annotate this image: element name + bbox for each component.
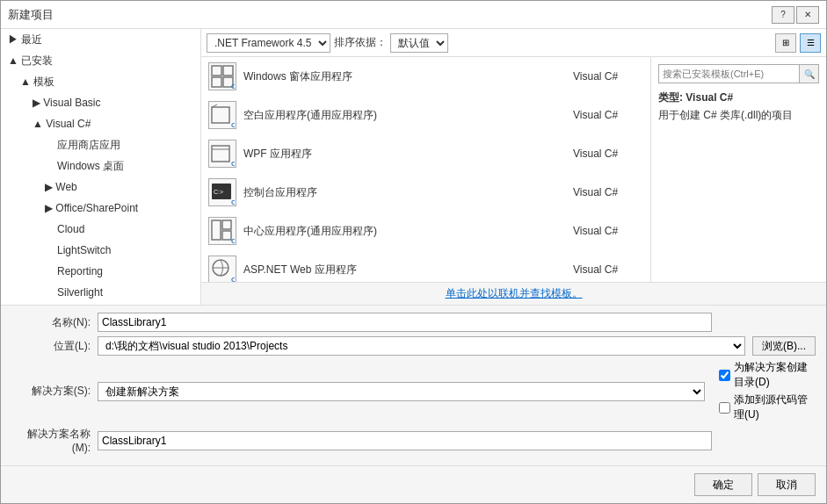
sidebar-item-silverlight[interactable]: Silverlight <box>1 282 200 303</box>
template-icon: C# <box>208 217 236 245</box>
svg-rect-1 <box>223 66 233 76</box>
name-label: 名称(N): <box>11 315 91 330</box>
sidebar-item-vb[interactable]: ▶ Visual Basic <box>1 92 200 113</box>
checkbox-source-control[interactable] <box>719 402 730 414</box>
template-type: Visual C# <box>573 70 643 83</box>
solution-select[interactable]: 创建新解决方案 <box>98 382 705 401</box>
template-list: C# Windows 窗体应用程序 Visual C# C# 空白应用程序(通用… <box>201 57 650 282</box>
location-input-group: d:\我的文档\visual studio 2013\Projects <box>98 336 745 356</box>
template-type: Visual C# <box>573 109 643 121</box>
close-button[interactable]: ✕ <box>796 6 819 24</box>
online-link-area: 单击此处以联机并查找模板。 <box>201 282 826 305</box>
solution-row: 解决方案(S): 创建新解决方案 为解决方案创建目录(D) 添加到源代码管理(U… <box>11 360 816 422</box>
svg-text:C#: C# <box>231 276 235 282</box>
template-item[interactable]: C# 空白应用程序(通用应用程序) Visual C# <box>201 96 650 134</box>
list-view-button[interactable]: ☰ <box>800 33 821 53</box>
sidebar-item-cloud[interactable]: Cloud <box>1 219 200 240</box>
svg-text:C#: C# <box>231 83 235 89</box>
name-row: 名称(N): <box>11 313 816 332</box>
sidebar-item-recent[interactable]: ▶ 最近 <box>1 29 200 50</box>
location-label: 位置(L): <box>11 339 91 354</box>
info-panel: 🔍 类型: Visual C# 用于创建 C# 类库(.dll)的项目 <box>650 57 826 282</box>
template-icon: C# <box>208 256 236 282</box>
main-area: .NET Framework 4.5 排序依据： 默认值 ⊞ ☰ <box>201 29 826 305</box>
template-name: WPF 应用程序 <box>243 147 573 162</box>
content-area: ▶ 最近 ▲ 已安装 ▲ 模板 ▶ Visual Basic ▲ Visual … <box>1 29 826 305</box>
svg-rect-15 <box>222 220 231 229</box>
sidebar-item-reporting[interactable]: Reporting <box>1 261 200 282</box>
name-input[interactable] <box>98 313 712 332</box>
template-item[interactable]: C# WPF 应用程序 Visual C# <box>201 134 650 173</box>
template-area: C# Windows 窗体应用程序 Visual C# C# 空白应用程序(通用… <box>201 57 826 282</box>
solution-name-input[interactable] <box>98 431 712 450</box>
checkbox1-label[interactable]: 为解决方案创建目录(D) <box>719 360 816 390</box>
template-type: Visual C# <box>573 186 643 198</box>
solution-label: 解决方案(S): <box>11 384 91 399</box>
template-name: ASP.NET Web 应用程序 <box>243 263 573 277</box>
template-item[interactable]: C:>C# 控制台应用程序 Visual C# <box>201 173 650 212</box>
search-input[interactable] <box>658 64 800 83</box>
cancel-button[interactable]: 取消 <box>758 473 816 496</box>
help-button[interactable]: ? <box>772 6 794 24</box>
svg-rect-14 <box>212 220 221 240</box>
sidebar-item-installed[interactable]: ▲ 已安装 <box>1 50 200 71</box>
template-type: Visual C# <box>573 225 643 237</box>
solution-input-group: 创建新解决方案 <box>98 382 705 401</box>
template-item[interactable]: C# 中心应用程序(通用应用程序) Visual C# <box>201 212 650 250</box>
sidebar-item-csharp[interactable]: ▲ Visual C# <box>1 113 200 134</box>
ok-button[interactable]: 确定 <box>694 473 752 496</box>
svg-rect-8 <box>212 146 229 162</box>
new-project-dialog: 新建项目 ? ✕ ▶ 最近 ▲ 已安装 ▲ 模板 ▶ Visual Basic <box>0 0 827 504</box>
template-item[interactable]: C# ASP.NET Web 应用程序 Visual C# <box>201 250 650 282</box>
svg-text:C#: C# <box>231 237 235 243</box>
sidebar-item-windesktop[interactable]: Windows 桌面 <box>1 155 200 176</box>
template-icon: C# <box>208 101 236 129</box>
title-bar: 新建项目 ? ✕ <box>1 1 826 29</box>
template-name: Windows 窗体应用程序 <box>243 69 573 84</box>
template-type: Visual C# <box>573 148 643 160</box>
checkbox2-label[interactable]: 添加到源代码管理(U) <box>719 392 816 422</box>
template-type: Visual C# <box>573 263 643 276</box>
footer: 确定 取消 <box>1 465 826 503</box>
location-select[interactable]: d:\我的文档\visual studio 2013\Projects <box>98 336 745 356</box>
sidebar: ▶ 最近 ▲ 已安装 ▲ 模板 ▶ Visual Basic ▲ Visual … <box>1 29 201 305</box>
svg-rect-5 <box>212 107 229 123</box>
template-icon: C# <box>208 140 236 168</box>
svg-text:C#: C# <box>231 121 235 127</box>
framework-select[interactable]: .NET Framework 4.5 <box>207 33 330 53</box>
browse-button[interactable]: 浏览(B)... <box>752 336 816 356</box>
template-item[interactable]: C# Windows 窗体应用程序 Visual C# <box>201 57 650 96</box>
list-icon: ☰ <box>807 38 815 47</box>
solution-name-label: 解决方案名称(M): <box>11 427 91 454</box>
info-description: 用于创建 C# 类库(.dll)的项目 <box>658 107 819 123</box>
online-link[interactable]: 单击此处以联机并查找模板。 <box>446 287 583 299</box>
template-icon: C:>C# <box>208 178 236 206</box>
svg-rect-16 <box>222 231 231 240</box>
search-area: 🔍 <box>658 64 819 83</box>
toolbar: .NET Framework 4.5 排序依据： 默认值 ⊞ ☰ <box>201 29 826 57</box>
grid-icon: ⊞ <box>782 38 789 47</box>
template-name: 控制台应用程序 <box>243 185 573 200</box>
sidebar-item-appstore[interactable]: 应用商店应用 <box>1 134 200 155</box>
sidebar-item-web[interactable]: ▶ Web <box>1 176 200 198</box>
sort-label: 排序依据： <box>334 35 387 50</box>
info-type-label: 类型: Visual C# <box>658 90 819 105</box>
grid-view-button[interactable]: ⊞ <box>775 33 796 53</box>
checkbox-create-dir[interactable] <box>719 370 730 381</box>
form-area: 名称(N): 位置(L): d:\我的文档\visual studio 2013… <box>1 305 826 465</box>
solution-name-row: 解决方案名称(M): <box>11 427 816 454</box>
sidebar-item-office[interactable]: ▶ Office/SharePoint <box>1 198 200 219</box>
svg-text:C:>: C:> <box>214 189 223 195</box>
search-button[interactable]: 🔍 <box>800 64 819 83</box>
sort-select[interactable]: 默认值 <box>390 33 448 53</box>
svg-text:C#: C# <box>231 160 235 166</box>
template-name: 空白应用程序(通用应用程序) <box>243 108 573 123</box>
sidebar-item-templates[interactable]: ▲ 模板 <box>1 71 200 92</box>
template-icon: C# <box>208 62 236 90</box>
svg-text:C#: C# <box>231 198 235 205</box>
dialog-title: 新建项目 <box>8 7 54 23</box>
sidebar-item-lightswitch[interactable]: LightSwitch <box>1 240 200 261</box>
template-name: 中心应用程序(通用应用程序) <box>243 224 573 239</box>
location-row: 位置(L): d:\我的文档\visual studio 2013\Projec… <box>11 336 816 356</box>
svg-rect-2 <box>212 77 221 87</box>
